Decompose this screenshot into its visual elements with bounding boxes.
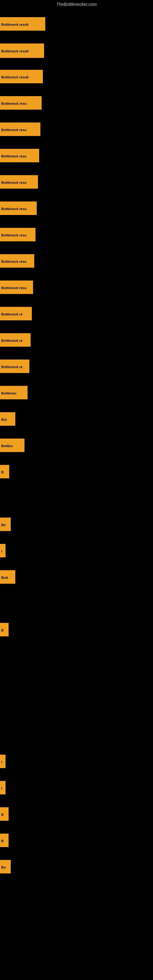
bottleneck-result-item[interactable]: Bo	[0, 860, 11, 873]
bottleneck-result-item[interactable]: Bottleneck result	[0, 17, 45, 30]
bottleneck-result-item[interactable]: Bottlen	[0, 439, 24, 452]
site-title: TheBottlenecker.com	[0, 0, 153, 9]
bottleneck-result-item[interactable]: Bottleneck resu	[0, 202, 37, 215]
bottleneck-result-item[interactable]: Bottleneck resu	[0, 96, 41, 110]
bottleneck-result-item[interactable]: Bott	[0, 570, 15, 584]
bottleneck-result-item[interactable]: I	[0, 781, 5, 794]
bottleneck-result-item[interactable]: I	[0, 544, 5, 557]
bottleneck-result-item[interactable]: B	[0, 807, 9, 821]
bottleneck-result-item[interactable]: Bottleneck re	[0, 333, 30, 347]
bottleneck-result-item[interactable]: Bot	[0, 412, 15, 426]
bottleneck-result-item[interactable]: Bo	[0, 517, 11, 531]
bottleneck-result-item[interactable]: Bottlenec	[0, 386, 27, 399]
bottleneck-result-item[interactable]: Bottleneck result	[0, 70, 43, 83]
bottleneck-result-item[interactable]: Bottleneck result	[0, 43, 44, 58]
bottleneck-result-item[interactable]: Bottleneck re	[0, 307, 32, 320]
bottleneck-result-item[interactable]: Bottleneck resu	[0, 123, 40, 136]
bottleneck-result-item[interactable]: B	[0, 465, 9, 478]
bottleneck-result-item[interactable]: B	[0, 834, 9, 847]
bottleneck-result-item[interactable]: Bottleneck resu	[0, 280, 33, 294]
bottleneck-result-item[interactable]: Bottleneck resu	[0, 254, 34, 268]
bottleneck-result-item[interactable]: I	[0, 755, 5, 768]
bottleneck-result-item[interactable]: Bottleneck re	[0, 360, 29, 373]
bottleneck-result-item[interactable]: Bottleneck resu	[0, 149, 39, 162]
bottleneck-result-item[interactable]: Bottleneck resu	[0, 175, 38, 189]
bottleneck-result-item[interactable]: B	[0, 623, 9, 636]
bottleneck-result-item[interactable]: Bottleneck resu	[0, 228, 35, 241]
